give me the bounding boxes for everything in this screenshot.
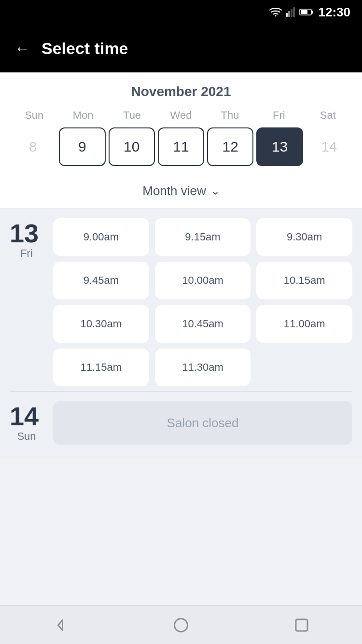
wifi-icon	[269, 7, 282, 17]
slots-container: 13 Fri 9.00am 9.15am 9.30am 9.45am 10.00…	[0, 209, 362, 459]
svg-rect-10	[296, 619, 307, 631]
slot-1115am[interactable]: 11.15am	[53, 349, 149, 386]
salon-closed-text: Salon closed	[167, 416, 239, 431]
slot-1030am[interactable]: 10.30am	[53, 305, 149, 343]
weekday-thu: Thu	[206, 109, 254, 122]
slot-915am[interactable]: 9.15am	[155, 218, 251, 256]
month-view-toggle[interactable]: Month view ⌄	[0, 176, 362, 209]
svg-marker-8	[58, 620, 63, 630]
weekday-tue: Tue	[108, 109, 156, 122]
salon-closed-card: Salon closed	[53, 401, 352, 445]
day-12[interactable]: 12	[207, 127, 253, 166]
svg-rect-2	[288, 11, 290, 17]
weekdays-row: Sun Mon Tue Wed Thu Fri Sat	[10, 109, 352, 122]
home-nav-button[interactable]	[172, 616, 190, 634]
day-13-number-block: 13 Fri	[10, 218, 43, 260]
weekday-wed: Wed	[156, 109, 205, 122]
calendar-section: November 2021 Sun Mon Tue Wed Thu Fri Sa…	[0, 72, 362, 176]
weekday-fri: Fri	[254, 109, 303, 122]
day-14[interactable]: 14	[306, 127, 352, 166]
slot-945am[interactable]: 9.45am	[53, 262, 149, 299]
day-14-number-block: 14 Sun	[10, 401, 43, 443]
svg-point-0	[275, 15, 276, 16]
recents-nav-button[interactable]	[293, 616, 310, 634]
day-14-header-row: 14 Sun Salon closed	[10, 401, 352, 445]
svg-rect-6	[311, 11, 313, 14]
recents-square-icon	[293, 616, 310, 634]
svg-point-9	[175, 618, 188, 631]
app-header: ← Select time	[0, 24, 362, 72]
chevron-down-icon: ⌄	[211, 185, 220, 197]
day-13[interactable]: 13	[256, 127, 303, 166]
svg-rect-3	[291, 9, 292, 17]
day-13-number: 13	[10, 220, 43, 246]
back-triangle-icon	[52, 616, 69, 634]
svg-rect-4	[293, 7, 295, 17]
day-9[interactable]: 9	[59, 127, 105, 166]
day-8[interactable]: 8	[10, 127, 56, 166]
month-year: November 2021	[10, 84, 352, 99]
slot-1015am[interactable]: 10.15am	[256, 262, 352, 299]
day-10[interactable]: 10	[109, 127, 155, 166]
day-section-13: 13 Fri 9.00am 9.15am 9.30am 9.45am 10.00…	[10, 218, 352, 386]
slot-1000am[interactable]: 10.00am	[155, 262, 251, 299]
day-14-name: Sun	[10, 430, 43, 443]
day-14-number: 14	[10, 403, 43, 429]
weekday-mon: Mon	[58, 109, 107, 122]
slot-1130am[interactable]: 11.30am	[155, 349, 251, 386]
home-circle-icon	[172, 616, 190, 634]
slot-1100am[interactable]: 11.00am	[256, 305, 352, 343]
day-13-header-row: 13 Fri 9.00am 9.15am 9.30am 9.45am 10.00…	[10, 218, 352, 386]
slot-930am[interactable]: 9.30am	[256, 218, 352, 256]
battery-icon	[299, 8, 314, 16]
bottom-nav	[0, 605, 362, 644]
month-view-label: Month view	[142, 183, 206, 198]
svg-rect-1	[286, 13, 288, 17]
page-title: Select time	[42, 39, 128, 58]
status-icons	[269, 7, 314, 17]
slots-grid-13: 9.00am 9.15am 9.30am 9.45am 10.00am 10.1…	[53, 218, 352, 386]
status-bar: 12:30	[0, 0, 362, 24]
slot-900am[interactable]: 9.00am	[53, 218, 149, 256]
back-nav-button[interactable]	[52, 616, 69, 634]
day-section-14: 14 Sun Salon closed	[10, 391, 352, 445]
signal-icon	[286, 7, 295, 17]
status-time: 12:30	[319, 5, 351, 20]
day-11[interactable]: 11	[158, 127, 204, 166]
weekday-sat: Sat	[304, 109, 352, 122]
svg-rect-7	[301, 10, 307, 14]
weekday-sun: Sun	[10, 109, 58, 122]
back-button[interactable]: ←	[14, 41, 30, 56]
slot-1045am[interactable]: 10.45am	[155, 305, 251, 343]
day-13-name: Fri	[10, 247, 43, 260]
days-row: 8 9 10 11 12 13 14	[10, 127, 352, 176]
